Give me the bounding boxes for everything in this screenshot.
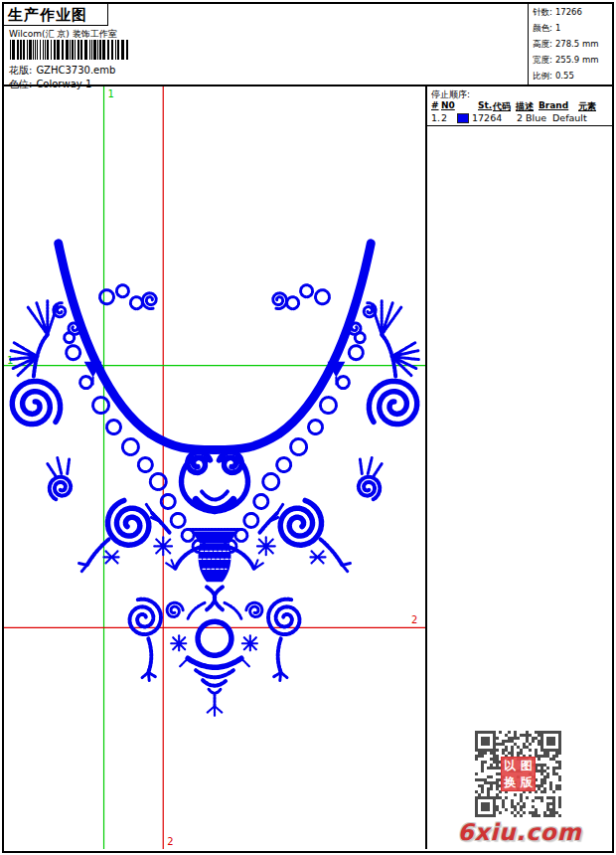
stamp-char: 版 [519,774,536,791]
barcode-bar [126,40,128,60]
pattern-value: GZHC3730.emb [36,65,115,76]
col-stitches: St. [478,100,492,110]
left-ornament-group [10,285,205,681]
design-summary: 针数:17266 颜色:1 高度:278.5 mm 宽度:255.9 mm 比例… [528,4,612,86]
guide-label-2-right: 2 [411,614,417,625]
stamp-char: 以 [502,758,519,774]
scale-value: 0.55 [555,71,574,81]
spiral-motif [50,477,71,500]
stamp-char: 换 [502,774,519,791]
height-value: 278.5 mm [555,39,599,49]
embroidery-design: 1 1 2 2 [4,86,427,849]
stamp-char: 图 [519,758,536,774]
spiral-motif [108,500,149,545]
width-label: 宽度: [533,55,552,65]
height-row: 高度:278.5 mm [533,39,610,55]
spiral-motif [143,293,157,309]
cell-description: Blue [526,112,546,123]
spiral-motif [12,381,60,424]
table-rule [427,125,612,126]
scale-label: 比例: [533,71,552,81]
pattern-row: 花版:GZHC3730.emb [9,64,119,78]
main-area: 1 1 2 2 [4,86,612,849]
color-count-value: 1 [555,23,560,33]
cell-brand: Default [552,112,587,123]
width-value: 255.9 mm [555,55,599,65]
center-pendant-group [166,452,263,716]
spiral-motif [130,599,161,634]
stitch-count-label: 针数: [533,7,552,17]
neckline-band [59,244,372,450]
stop-sequence-panel: 停止顺序: # N0 St. 代码 描述 Brand 元素 1. 2 17264… [427,86,612,849]
spiral-motif [219,452,241,473]
guide-label-2-bottom: 2 [167,836,173,847]
height-label: 高度: [533,39,552,49]
right-ornament-group [225,285,419,681]
necklace-embroidery [10,244,419,716]
width-row: 宽度:255.9 mm [533,55,610,71]
red-stamp: 以图换版 [501,757,536,791]
cell-stitches: 17264 [472,112,502,123]
scale-row: 比例:0.55 [533,71,610,86]
spiral-motif [188,452,211,473]
stitch-count-value: 17266 [555,7,582,17]
watermark-site: 6xiu.com [427,819,612,845]
col-needle: N0 [441,100,455,110]
barcode [10,40,130,60]
stitch-count-row: 针数:17266 [533,7,610,23]
color-count-row: 颜色:1 [533,23,610,39]
worksheet-page: 生产作业图 Wilcom(汇 京) 装饰工作室 花版:GZHC3730.emb … [2,2,614,853]
title-box: 生产作业图 [4,4,108,26]
col-brand: Brand [539,100,568,110]
header: 生产作业图 Wilcom(汇 京) 装饰工作室 花版:GZHC3730.emb … [4,4,612,86]
spiral-motif [167,602,183,616]
color-count-label: 颜色: [533,23,552,33]
col-index: # [431,100,439,110]
design-canvas: 1 1 2 2 [4,86,427,849]
thread-color-swatch [457,113,469,123]
qr-code: 以图换版 [475,731,561,817]
cell-needle: 2 [441,112,447,123]
page-title: 生产作业图 [4,4,107,25]
cell-code: 2 [517,112,523,123]
cell-index: 1. [431,112,440,123]
guide-label-1-top: 1 [108,88,114,99]
pattern-label: 花版: [9,65,32,76]
